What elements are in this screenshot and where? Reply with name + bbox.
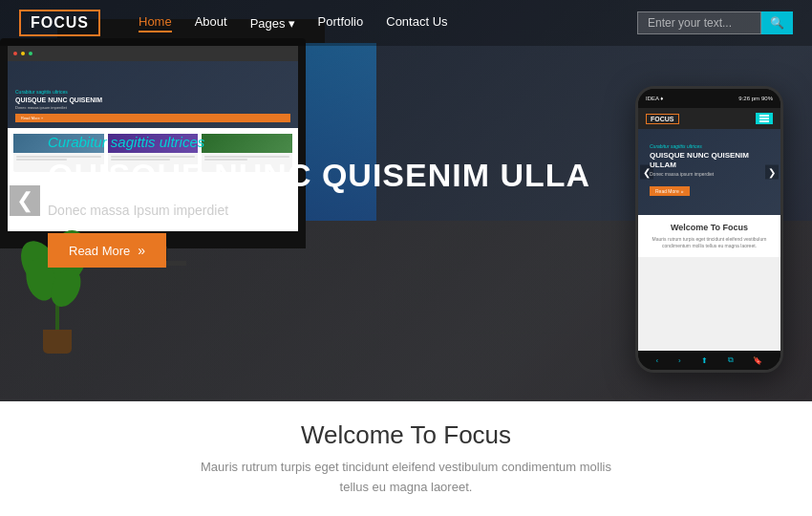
phone-section-desc: Mauris rutrum turpis eget tincidunt elei…: [646, 236, 773, 249]
phone-status-right: 9:26 pm 90%: [738, 96, 773, 101]
welcome-description: Mauris rutrum turpis eget tincidunt elei…: [186, 458, 626, 498]
phone-logo: FOCUS: [646, 114, 679, 124]
arrow-right-icon: »: [138, 243, 145, 258]
phone-navbar: FOCUS: [638, 108, 780, 129]
phone-bookmark-icon[interactable]: 🔖: [753, 356, 762, 365]
phone-share-icon[interactable]: ⬆: [701, 356, 708, 365]
fake-hero: Curabitur sagittis ultrices QUISQUE NUNC…: [8, 61, 298, 128]
search-button[interactable]: 🔍: [761, 11, 793, 34]
hero-sub-heading: Curabitur sagittis ultrices: [48, 134, 590, 150]
phone-screen: FOCUS ❮ ❯ Curabitur sagittis ultrices QU…: [638, 108, 780, 351]
phone-status-left: IDEA ♦: [646, 96, 663, 101]
phone-hero: ❮ ❯ Curabitur sagittis ultrices QUISQUE …: [638, 129, 780, 215]
phone-cta-label: Read More: [655, 188, 679, 194]
menu-line-1: [759, 115, 769, 117]
nav-links: Home About Pages ▾ Portfolio Contact Us: [139, 14, 637, 32]
fake-site-navbar: [8, 46, 298, 61]
nav-search-container: 🔍: [637, 11, 793, 34]
navbar: FOCUS Home About Pages ▾ Portfolio Conta…: [0, 0, 812, 46]
phone-hero-content: Curabitur sagittis ultrices QUISQUE NUNC…: [650, 143, 763, 197]
phone-section-title: Welcome To Focus: [646, 223, 773, 232]
phone-mockup: IDEA ♦ 9:26 pm 90% FOCUS ❮ ❯ Cu: [635, 86, 783, 373]
phone-bottom-bar: ‹ › ⬆ ⧉ 🔖: [638, 351, 780, 370]
phone-arrow-icon: »: [681, 188, 684, 194]
search-input[interactable]: [637, 11, 761, 34]
phone-hero-cta[interactable]: Read More »: [650, 186, 690, 196]
hero-description: Donec massa Ipsum imperdiet: [48, 203, 590, 218]
phone-back-icon[interactable]: ‹: [655, 356, 658, 365]
dot-yellow: [21, 52, 25, 55]
fake-hero-desc: Donec massa ipsum imperdiet: [15, 105, 290, 110]
plant-pot: [43, 330, 72, 354]
phone-welcome-section: Welcome To Focus Mauris rutrum turpis eg…: [638, 215, 780, 257]
logo[interactable]: FOCUS: [19, 10, 100, 36]
dot-green: [29, 52, 32, 55]
fake-hero-title: QUISQUE NUNC QUISENIM: [15, 97, 290, 103]
nav-portfolio[interactable]: Portfolio: [318, 14, 364, 32]
phone-battery: 90%: [761, 96, 773, 101]
nav-contact[interactable]: Contact Us: [386, 14, 447, 32]
hero-title: QUISQUE NUNC QUISENIM ULLA: [48, 158, 590, 193]
phone-status-bar: IDEA ♦ 9:26 pm 90%: [638, 89, 780, 108]
phone-hero-desc: Donec massa ipsum imperdiet: [650, 171, 763, 177]
welcome-title: Welcome To Focus: [301, 420, 511, 450]
hero-cta-label: Read More: [69, 244, 130, 258]
phone-browser-icons: ‹ › ⬆ ⧉ 🔖: [638, 351, 780, 370]
dot-red: [13, 52, 17, 55]
fake-hero-sub: Curabitur sagittis ultrices: [15, 89, 290, 95]
hero-cta-button[interactable]: Read More »: [48, 233, 166, 268]
hero-prev-button[interactable]: ❮: [10, 185, 40, 216]
phone-hero-title: QUISQUE NUNC QUISENIM ULLAM: [650, 151, 763, 169]
hero-section: Curabitur sagittis ultrices QUISQUE NUNC…: [0, 0, 812, 401]
nav-about[interactable]: About: [195, 14, 227, 32]
fake-cta: Read More »: [15, 114, 290, 122]
hero-content: Curabitur sagittis ultrices QUISQUE NUNC…: [48, 134, 590, 268]
nav-pages[interactable]: Pages ▾: [250, 14, 295, 32]
nav-home[interactable]: Home: [139, 14, 172, 32]
phone-next-button[interactable]: ❯: [765, 165, 779, 180]
menu-line-3: [759, 120, 769, 122]
phone-tabs-icon[interactable]: ⧉: [728, 355, 734, 365]
phone-forward-icon[interactable]: ›: [678, 356, 681, 365]
welcome-section: Welcome To Focus Mauris rutrum turpis eg…: [0, 401, 812, 516]
chevron-down-icon: ▾: [288, 16, 295, 31]
phone-menu-icon[interactable]: [756, 113, 773, 124]
phone-hero-sub: Curabitur sagittis ultrices: [650, 143, 763, 149]
menu-line-2: [759, 118, 769, 119]
phone-time: 9:26 pm: [738, 96, 759, 101]
